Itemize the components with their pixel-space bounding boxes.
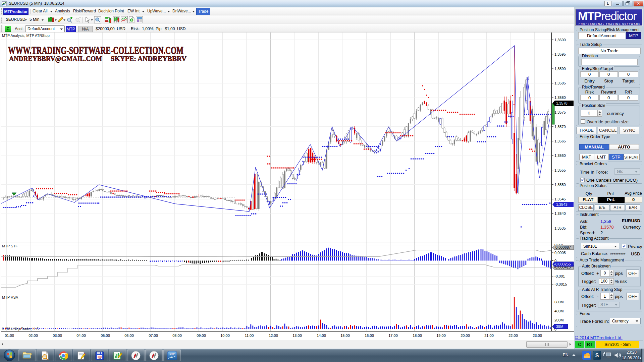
svg-text:1,3578: 1,3578	[556, 101, 568, 105]
svg-text:v7: v7	[171, 356, 173, 358]
svg-text:MTP STF: MTP STF	[2, 244, 18, 248]
svg-text:MTP Analysis, MTP ATRStop: MTP Analysis, MTP ATRStop	[2, 34, 50, 38]
svg-text:ANDREYBBRV@GMAIL.COM: ANDREYBBRV@GMAIL.COM	[9, 55, 102, 63]
svg-text:1,3590: 1,3590	[554, 67, 566, 71]
svg-text:1,3565: 1,3565	[554, 139, 566, 143]
svg-text:15:00: 15:00	[340, 334, 350, 338]
svg-text:© 2014 NinjaTrader, LLC: © 2014 NinjaTrader, LLC	[2, 327, 39, 331]
svg-text:-0,001: -0,001	[554, 274, 565, 278]
svg-text:23:00: 23:00	[533, 334, 542, 338]
svg-text:1,3595: 1,3595	[554, 52, 566, 56]
svg-text:19:00: 19:00	[436, 334, 446, 338]
svg-text:1,3575: 1,3575	[554, 110, 566, 114]
svg-text:$: $	[131, 19, 132, 22]
svg-text:1,3555: 1,3555	[554, 168, 566, 172]
svg-text:21:00: 21:00	[484, 334, 494, 338]
svg-text:09:00: 09:00	[197, 334, 206, 338]
svg-text:SKYPE: ANDREYBBRV: SKYPE: ANDREYBBRV	[111, 55, 187, 62]
svg-text:17:00: 17:00	[388, 334, 398, 338]
svg-text:400M: 400M	[554, 309, 564, 313]
svg-text:1,3543: 1,3543	[556, 202, 568, 206]
svg-text:0,0005: 0,0005	[554, 251, 566, 255]
svg-text:02:00: 02:00	[29, 334, 38, 338]
svg-text:MTP VSA: MTP VSA	[2, 295, 18, 299]
svg-text:1,3585: 1,3585	[554, 81, 566, 85]
svg-text:11:00: 11:00	[245, 334, 254, 338]
svg-text:14:00: 14:00	[317, 334, 326, 338]
svg-text:22:00: 22:00	[508, 334, 518, 338]
svg-text:16:00: 16:00	[365, 334, 374, 338]
svg-text:1,3540: 1,3540	[554, 212, 566, 216]
svg-text:18:00: 18:00	[413, 334, 422, 338]
svg-text:08:00: 08:00	[172, 334, 182, 338]
svg-text:1,3600: 1,3600	[554, 38, 566, 42]
svg-text:0,000687: 0,000687	[555, 245, 571, 249]
svg-text:38M: 38M	[556, 324, 563, 328]
svg-text:10:00: 10:00	[220, 334, 230, 338]
svg-text:1,3535: 1,3535	[554, 226, 566, 230]
svg-text:600M: 600M	[554, 300, 564, 304]
svg-text:S: S	[595, 353, 599, 358]
svg-text:04:00: 04:00	[76, 334, 86, 338]
svg-text:05:00: 05:00	[101, 334, 110, 338]
svg-text:64: 64	[99, 357, 101, 359]
svg-text:06:00: 06:00	[124, 334, 134, 338]
svg-text:20:00: 20:00	[461, 334, 470, 338]
svg-text:03:00: 03:00	[53, 334, 62, 338]
svg-text:-0,0015: -0,0015	[554, 282, 567, 286]
svg-text:12:00: 12:00	[269, 334, 278, 338]
svg-text:1,3580: 1,3580	[554, 96, 566, 100]
svg-text:-0,000255: -0,000255	[554, 262, 571, 266]
svg-text:07:00: 07:00	[149, 334, 158, 338]
svg-text:200M: 200M	[554, 318, 564, 322]
svg-text:1,3545: 1,3545	[554, 197, 566, 201]
svg-text:01:00: 01:00	[5, 334, 14, 338]
svg-text:1,3560: 1,3560	[554, 154, 566, 158]
svg-text:1,3550: 1,3550	[554, 183, 566, 187]
svg-text:1,3570: 1,3570	[554, 125, 566, 129]
svg-text:MTP: MTP	[170, 353, 175, 355]
svg-text:WWW.TRADING-SOFTWARE-COLLECTIO: WWW.TRADING-SOFTWARE-COLLECTION.COM	[8, 45, 183, 56]
svg-text:13:00: 13:00	[292, 334, 302, 338]
